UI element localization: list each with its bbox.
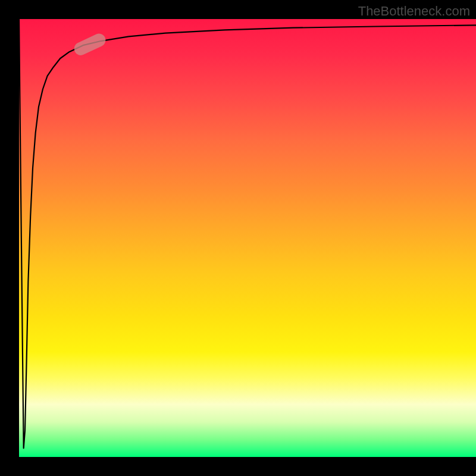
curve-svg	[19, 19, 476, 457]
attribution-text: TheBottleneck.com	[358, 4, 470, 19]
plot-area	[19, 19, 476, 457]
bottleneck-curve	[19, 19, 476, 448]
